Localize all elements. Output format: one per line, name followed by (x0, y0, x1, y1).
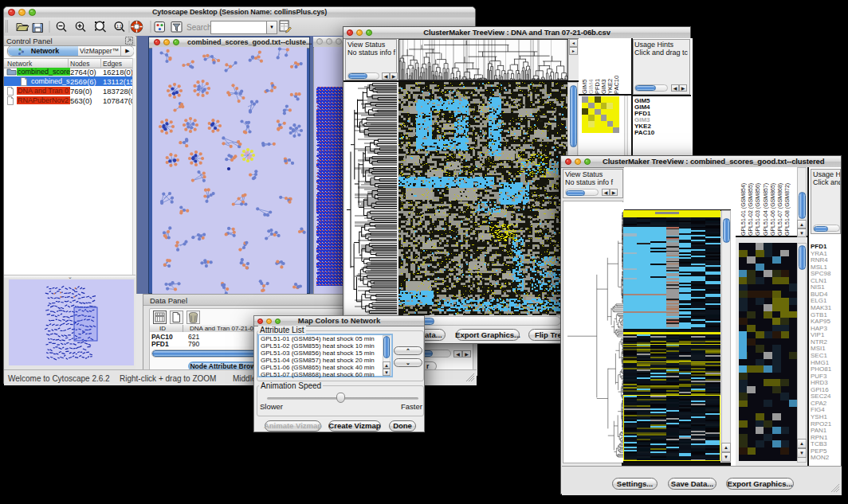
svg-text:1:1: 1:1 (116, 24, 122, 29)
